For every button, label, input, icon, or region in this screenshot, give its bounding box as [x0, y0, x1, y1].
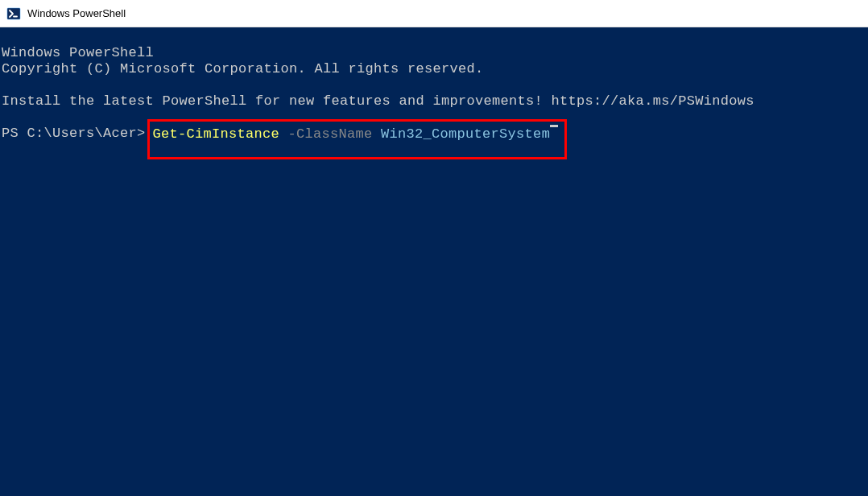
terminal-cursor — [550, 125, 558, 127]
cmdlet-name: Get-CimInstance — [153, 126, 280, 143]
svg-rect-0 — [7, 8, 20, 19]
terminal-area[interactable]: Windows PowerShellCopyright (C) Microsof… — [0, 27, 868, 496]
powershell-icon — [6, 6, 21, 21]
terminal-line: Copyright (C) Microsoft Corporation. All… — [2, 61, 866, 77]
param-flag: -ClassName — [279, 126, 381, 143]
blank-line — [2, 77, 866, 93]
prompt-line: PS C:\Users\Acer>Get-CimInstance -ClassN… — [2, 126, 866, 166]
window-titlebar[interactable]: Windows PowerShell — [0, 0, 868, 27]
terminal-line: Install the latest PowerShell for new fe… — [2, 93, 866, 110]
window-title: Windows PowerShell — [27, 7, 126, 19]
terminal-line: Windows PowerShell — [2, 45, 866, 61]
param-value: Win32_ComputerSystem — [381, 126, 550, 143]
command-highlight-box: Get-CimInstance -ClassName Win32_Compute… — [147, 119, 568, 159]
prompt-prefix: PS C:\Users\Acer> — [2, 126, 146, 142]
